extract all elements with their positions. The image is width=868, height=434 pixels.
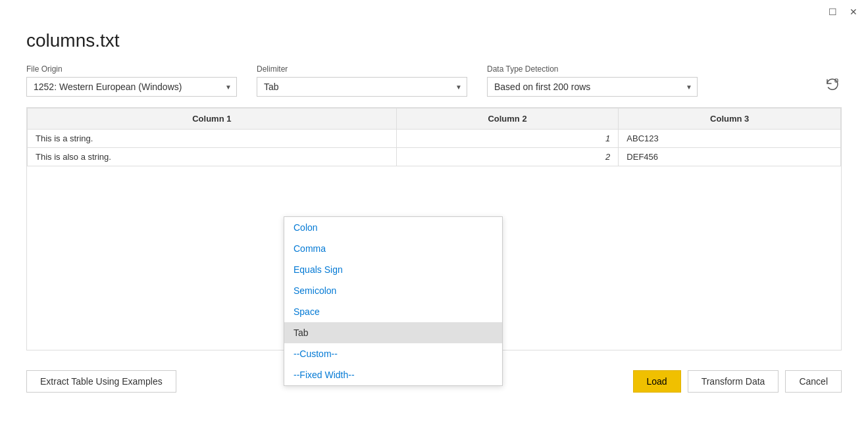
transform-data-button[interactable]: Transform Data <box>688 370 779 393</box>
delimiter-option-tab[interactable]: Tab <box>284 322 502 343</box>
refresh-icon <box>825 77 839 91</box>
table-row: This is also a string. 2 DEF456 <box>28 148 841 166</box>
row2-col1: This is also a string. <box>28 148 397 166</box>
delimiter-option-equals[interactable]: Equals Sign <box>284 259 502 280</box>
data-table: Column 1 Column 2 Column 3 This is a str… <box>27 108 841 166</box>
delimiter-dropdown: Colon Comma Equals Sign Semicolon Space … <box>284 216 503 386</box>
minimize-button[interactable]: ☐ <box>826 5 839 18</box>
delimiter-select[interactable]: Tab <box>257 77 467 97</box>
delimiter-option-semicolon[interactable]: Semicolon <box>284 280 502 301</box>
data-type-select-wrapper: Based on first 200 rows ▼ <box>487 77 698 97</box>
delimiter-option-comma[interactable]: Comma <box>284 238 502 259</box>
row1-col3: ABC123 <box>619 130 841 148</box>
refresh-icon-button[interactable] <box>822 74 842 94</box>
row2-col3: DEF456 <box>619 148 841 166</box>
col2-header: Column 2 <box>396 108 619 130</box>
extract-table-button[interactable]: Extract Table Using Examples <box>26 370 176 393</box>
col1-header: Column 1 <box>28 108 397 130</box>
delimiter-option-colon[interactable]: Colon <box>284 217 502 238</box>
delimiter-option-custom[interactable]: --Custom-- <box>284 343 502 364</box>
main-container: columns.txt File Origin 1252: Western Eu… <box>0 24 868 412</box>
col3-header: Column 3 <box>619 108 841 130</box>
table-row: This is a string. 1 ABC123 <box>28 130 841 148</box>
row2-col2: 2 <box>396 148 619 166</box>
title-bar: ☐ ✕ <box>0 0 868 24</box>
close-button[interactable]: ✕ <box>847 5 860 18</box>
delimiter-option-fixed-width[interactable]: --Fixed Width-- <box>284 364 502 385</box>
delimiter-label: Delimiter <box>257 64 467 74</box>
controls-row: File Origin 1252: Western European (Wind… <box>26 64 842 97</box>
footer-right: Load Transform Data Cancel <box>633 370 842 393</box>
file-origin-group: File Origin 1252: Western European (Wind… <box>26 64 237 97</box>
footer-left: Extract Table Using Examples <box>26 370 176 393</box>
file-origin-label: File Origin <box>26 64 237 74</box>
table-header-row: Column 1 Column 2 Column 3 <box>28 108 841 130</box>
data-type-group: Data Type Detection Based on first 200 r… <box>487 64 698 97</box>
data-type-label: Data Type Detection <box>487 64 698 74</box>
file-origin-select[interactable]: 1252: Western European (Windows) <box>26 77 237 97</box>
icon-area <box>822 74 842 97</box>
row1-col2: 1 <box>396 130 619 148</box>
data-preview-area: Column 1 Column 2 Column 3 This is a str… <box>26 107 842 350</box>
window-title: columns.txt <box>26 30 842 51</box>
delimiter-group: Delimiter Tab ▼ <box>257 64 467 97</box>
load-button[interactable]: Load <box>633 370 681 393</box>
delimiter-select-wrapper: Tab ▼ <box>257 77 467 97</box>
cancel-button[interactable]: Cancel <box>785 370 842 393</box>
delimiter-option-space[interactable]: Space <box>284 301 502 322</box>
file-origin-select-wrapper: 1252: Western European (Windows) ▼ <box>26 77 237 97</box>
row1-col1: This is a string. <box>28 130 397 148</box>
data-type-select[interactable]: Based on first 200 rows <box>487 77 698 97</box>
